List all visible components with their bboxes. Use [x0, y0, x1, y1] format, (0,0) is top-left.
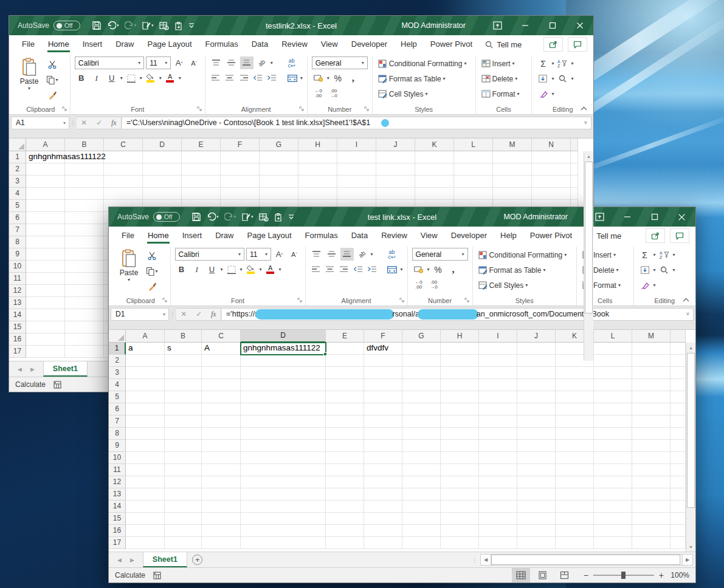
- cell-A1[interactable]: a: [126, 343, 165, 355]
- cell-A7[interactable]: [126, 415, 165, 428]
- vertical-scrollbar[interactable]: ▲ ▼: [686, 343, 695, 552]
- align-middle-button[interactable]: [225, 56, 238, 69]
- cell-M2[interactable]: [493, 163, 532, 176]
- cell-F1[interactable]: [221, 151, 260, 163]
- cell-G4[interactable]: [260, 188, 298, 200]
- cell-D11[interactable]: [241, 464, 326, 476]
- cell-I1[interactable]: [479, 343, 517, 355]
- cell-A5[interactable]: [26, 200, 65, 212]
- menu-item-draw[interactable]: Draw: [109, 36, 140, 53]
- cell-B15[interactable]: [165, 513, 202, 525]
- row-header-6[interactable]: 6: [109, 403, 126, 415]
- font-color-button[interactable]: A: [164, 72, 177, 84]
- column-header-J[interactable]: J: [517, 330, 556, 343]
- cancel-entry-button[interactable]: ✕: [181, 310, 187, 318]
- row-header-1[interactable]: 1: [9, 151, 26, 163]
- row-header-4[interactable]: 4: [9, 188, 26, 200]
- cell-M6[interactable]: [632, 403, 671, 415]
- cell-I14[interactable]: [479, 501, 517, 513]
- zoom-slider[interactable]: [593, 575, 654, 576]
- insert-function-button[interactable]: fx: [211, 310, 216, 319]
- merge-center-button[interactable]: [286, 72, 298, 84]
- undo-button[interactable]: ▾: [205, 209, 221, 225]
- cell-M9[interactable]: [632, 440, 671, 452]
- cell-N1[interactable]: [532, 151, 571, 163]
- cell-K16[interactable]: [556, 525, 594, 537]
- cell-B10[interactable]: [165, 452, 202, 464]
- cell-M4[interactable]: [632, 379, 671, 391]
- cell-J4[interactable]: [517, 379, 556, 391]
- vertical-scroll-thumb[interactable]: [585, 162, 593, 313]
- cell-C11[interactable]: [202, 464, 241, 476]
- cell-K5[interactable]: [556, 391, 594, 403]
- cell-L12[interactable]: [594, 476, 632, 488]
- cell-I2[interactable]: [337, 163, 376, 176]
- cell-C15[interactable]: [202, 513, 241, 525]
- cell-K4[interactable]: [556, 379, 594, 391]
- normal-view-button[interactable]: [512, 568, 530, 583]
- increase-indent-button[interactable]: [266, 72, 278, 84]
- cell-I3[interactable]: [337, 176, 376, 188]
- cell-F8[interactable]: [364, 428, 402, 440]
- cell-B15[interactable]: [65, 321, 104, 333]
- cell-x3[interactable]: [571, 176, 578, 188]
- cell-I10[interactable]: [479, 452, 517, 464]
- cell-J13[interactable]: [517, 488, 556, 501]
- cell-G15[interactable]: [402, 513, 441, 525]
- cell-C1[interactable]: [104, 151, 143, 163]
- column-header-E[interactable]: E: [326, 330, 364, 343]
- cell-C3[interactable]: [202, 367, 241, 379]
- share-button[interactable]: [646, 228, 665, 243]
- cell-F2[interactable]: [221, 163, 260, 176]
- column-header-M[interactable]: M: [632, 330, 671, 343]
- cell-x11[interactable]: [671, 464, 686, 476]
- cell-C17[interactable]: [202, 537, 241, 549]
- cell-x14[interactable]: [671, 501, 686, 513]
- cell-x16[interactable]: [671, 525, 686, 537]
- cell-L1[interactable]: [454, 151, 493, 163]
- wrap-text-button[interactable]: abc↩: [385, 248, 399, 261]
- cell-H16[interactable]: [441, 525, 479, 537]
- cell-C2[interactable]: [202, 355, 241, 367]
- undo-button[interactable]: ▾: [105, 18, 121, 33]
- cell-L11[interactable]: [594, 464, 632, 476]
- cell-F7[interactable]: [364, 415, 402, 428]
- font-size-combo[interactable]: 11▾: [146, 56, 171, 69]
- cell-B2[interactable]: [165, 355, 202, 367]
- cell-F2[interactable]: [364, 355, 402, 367]
- menu-item-page-layout[interactable]: Page Layout: [141, 36, 199, 53]
- cell-F4[interactable]: [364, 379, 402, 391]
- cell-K3[interactable]: [556, 367, 594, 379]
- cell-x8[interactable]: [671, 428, 686, 440]
- column-header-H[interactable]: H: [298, 138, 337, 151]
- cell-C8[interactable]: [202, 428, 241, 440]
- cell-J9[interactable]: [517, 440, 556, 452]
- row-header-16[interactable]: 16: [9, 333, 26, 346]
- cell-I8[interactable]: [479, 428, 517, 440]
- cell-B17[interactable]: [165, 537, 202, 549]
- name-box[interactable]: D1▾: [111, 308, 169, 321]
- cell-C9[interactable]: [202, 440, 241, 452]
- cell-D4[interactable]: [143, 188, 182, 200]
- cell-A5[interactable]: [126, 391, 165, 403]
- cell-L17[interactable]: [594, 537, 632, 549]
- cell-A10[interactable]: [26, 261, 65, 273]
- cell-N2[interactable]: [532, 163, 571, 176]
- cell-D8[interactable]: [241, 428, 326, 440]
- sort-filter-button[interactable]: AZ: [658, 248, 671, 261]
- cell-M3[interactable]: [493, 176, 532, 188]
- cell-A14[interactable]: [126, 501, 165, 513]
- italic-button[interactable]: I: [90, 72, 103, 84]
- cell-G11[interactable]: [402, 464, 441, 476]
- cell-B16[interactable]: [65, 333, 104, 346]
- cell-L9[interactable]: [594, 440, 632, 452]
- menu-item-developer[interactable]: Developer: [444, 227, 494, 244]
- orientation-button[interactable]: ab: [356, 248, 369, 261]
- sheet-tab-sheet1[interactable]: Sheet1: [143, 552, 187, 567]
- cell-K12[interactable]: [556, 476, 594, 488]
- fill-color-button[interactable]: [144, 72, 157, 84]
- cell-M11[interactable]: [632, 464, 671, 476]
- cell-G2[interactable]: [402, 355, 441, 367]
- cell-A3[interactable]: [26, 176, 65, 188]
- cell-B4[interactable]: [165, 379, 202, 391]
